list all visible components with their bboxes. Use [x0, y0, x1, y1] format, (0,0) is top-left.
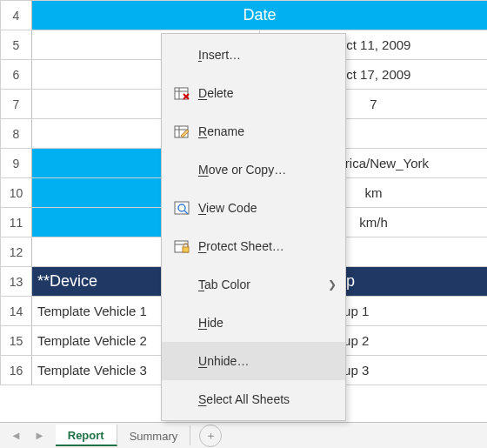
menu-select-all-sheets[interactable]: Select All Sheets — [162, 380, 345, 418]
menu-move-or-copy[interactable]: Move or Copy… — [162, 150, 345, 189]
menu-label: Move or Copy… — [195, 163, 333, 177]
menu-hide[interactable]: Hide — [162, 304, 345, 342]
row-header[interactable]: 5 — [1, 30, 32, 60]
svg-rect-13 — [183, 247, 189, 252]
row-header[interactable]: 9 — [1, 149, 32, 178]
nav-next-icon[interactable]: ► — [34, 429, 45, 442]
menu-label: View Code — [195, 201, 333, 215]
row-header[interactable]: 10 — [1, 178, 32, 208]
row-header[interactable]: 12 — [1, 237, 32, 267]
menu-label: Delete — [195, 86, 333, 100]
nav-prev-icon[interactable]: ◄ — [10, 429, 22, 442]
menu-delete[interactable]: Delete — [162, 74, 345, 112]
menu-label: Rename — [195, 124, 333, 138]
row-header[interactable]: 8 — [1, 119, 32, 149]
menu-protect-sheet[interactable]: Protect Sheet… — [162, 227, 345, 265]
menu-label: Protect Sheet… — [195, 239, 333, 253]
menu-unhide[interactable]: Unhide… — [162, 342, 345, 380]
menu-label: Unhide… — [195, 354, 333, 368]
menu-rename[interactable]: Rename — [162, 112, 345, 150]
menu-tab-color[interactable]: Tab Color ❯ — [162, 265, 345, 304]
menu-label: Hide — [195, 316, 333, 330]
plus-icon: ＋ — [205, 428, 217, 444]
row-4: 4 Date — [1, 1, 488, 30]
view-code-icon — [169, 200, 195, 216]
delete-sheet-icon — [169, 85, 195, 101]
row-header[interactable]: 15 — [1, 326, 32, 356]
menu-label: Insert… — [195, 48, 333, 62]
sheet-context-menu: Insert… Delete Rename Move or Copy… View… — [161, 33, 346, 421]
protect-sheet-icon — [169, 238, 195, 254]
row-header[interactable]: 4 — [1, 1, 32, 30]
submenu-arrow-icon: ❯ — [328, 278, 337, 291]
row-header[interactable]: 16 — [1, 356, 32, 385]
sheet-tab-strip: ◄ ► Report Summary ＋ — [0, 422, 487, 448]
row-header[interactable]: 7 — [1, 90, 32, 119]
row-header[interactable]: 14 — [1, 297, 32, 326]
menu-label: Tab Color — [195, 277, 333, 291]
tab-summary[interactable]: Summary — [117, 425, 191, 445]
menu-label: Select All Sheets — [195, 392, 333, 406]
date-header-cell[interactable]: Date — [32, 1, 488, 30]
tab-report[interactable]: Report — [56, 425, 117, 446]
row-header[interactable]: 13 — [1, 267, 32, 297]
row-header[interactable]: 6 — [1, 60, 32, 90]
rename-sheet-icon — [169, 124, 195, 139]
menu-view-code[interactable]: View Code — [162, 189, 345, 227]
row-header[interactable]: 11 — [1, 208, 32, 237]
new-sheet-button[interactable]: ＋ — [199, 425, 222, 447]
menu-insert[interactable]: Insert… — [162, 36, 345, 74]
